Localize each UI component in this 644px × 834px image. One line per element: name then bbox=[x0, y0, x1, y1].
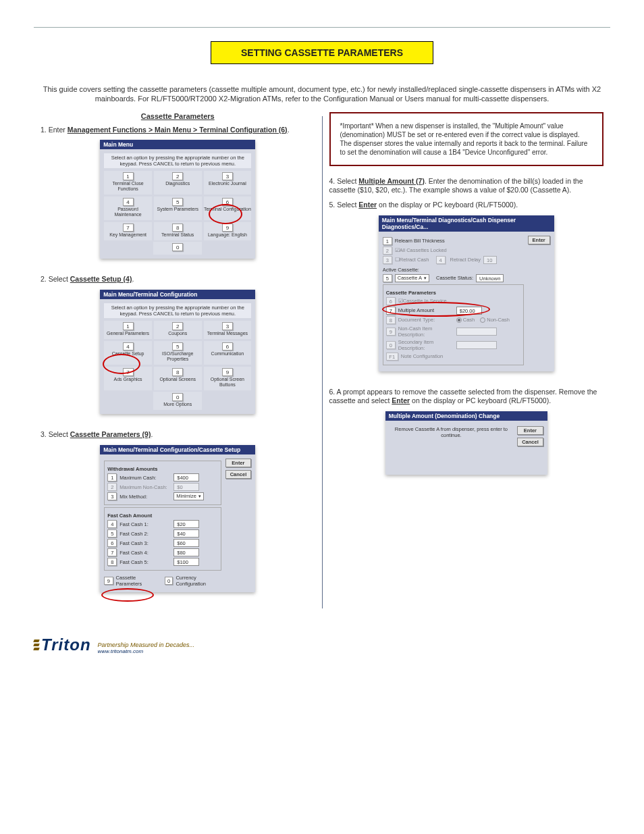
checkbox-label: Retract Cash bbox=[400, 257, 429, 263]
keypad-num: 6 bbox=[222, 198, 233, 206]
field-label: Secondary Item Description: bbox=[398, 339, 456, 351]
status-value: Unknown bbox=[476, 274, 504, 282]
keypad-num: 9 bbox=[222, 368, 233, 376]
menu-label: Terminal Status bbox=[161, 232, 194, 237]
triton-logo: Triton bbox=[34, 635, 91, 654]
select-value: Cassette A bbox=[398, 274, 422, 282]
chevron-down-icon: ▾ bbox=[198, 492, 201, 500]
button-label: Relearn Bill Thickness bbox=[395, 238, 445, 244]
button-label: Note Configuration bbox=[401, 353, 444, 359]
field-value bbox=[456, 328, 497, 336]
keypad-num: 7 bbox=[123, 224, 134, 232]
field-value: $80 bbox=[173, 548, 199, 556]
chevron-down-icon: ▾ bbox=[424, 274, 427, 282]
menu-label: General Parameters bbox=[107, 331, 149, 336]
keypad-num: 6 bbox=[107, 539, 117, 547]
step-2: 2. Select Cassette Setup (4). bbox=[41, 275, 315, 284]
page-title: Setting Cassette Parameters bbox=[211, 41, 433, 64]
logo-stripes-icon bbox=[34, 640, 39, 650]
keypad-num: 1 bbox=[123, 172, 134, 180]
menu-label: Terminal Configuration bbox=[204, 207, 251, 211]
screenshot-prompt: Multiple Amount (Denomination) Change Re… bbox=[385, 411, 547, 475]
radio-label: Non-Cash bbox=[487, 317, 510, 323]
select-value: Minimize bbox=[176, 492, 196, 500]
menu-label: Language: English bbox=[208, 232, 247, 237]
keypad-num: 3 bbox=[222, 322, 233, 330]
ss2-title: Main Menu/Terminal Configuration bbox=[100, 290, 255, 299]
field-value: $20.00 bbox=[456, 307, 482, 315]
field-label: Fast Cash 2: bbox=[119, 531, 173, 537]
fastcash-group: Fast Cash Amount bbox=[107, 513, 217, 519]
keypad-num: 8 bbox=[172, 224, 183, 232]
active-cassette-select: Cassette A▾ bbox=[395, 274, 429, 282]
menu-label: ISO/Surcharge Properties bbox=[162, 351, 193, 361]
footer: Triton Partnership Measured in Decades..… bbox=[34, 635, 610, 654]
field-value: 10 bbox=[483, 256, 497, 264]
field-label: Fast Cash 3: bbox=[119, 540, 173, 546]
button-label: Currency Configuration bbox=[176, 575, 221, 587]
keypad-num: 9 bbox=[386, 328, 396, 336]
keypad-num: 5 bbox=[172, 198, 183, 206]
menu-label: System Parameters bbox=[157, 207, 198, 211]
keypad-num: 5 bbox=[107, 529, 117, 538]
field-label: Non-Cash Item Description: bbox=[398, 325, 456, 338]
keypad-num: 0 bbox=[165, 577, 173, 585]
status-label: Cassette Status: bbox=[436, 275, 473, 281]
keypad-num: 0 bbox=[386, 341, 396, 349]
menu-label: Optional Screen Buttons bbox=[211, 377, 244, 387]
keypad-num: 2 bbox=[172, 172, 183, 180]
field-label: Maximum Non-Cash: bbox=[119, 484, 173, 490]
field-label: Document Type: bbox=[398, 317, 456, 323]
field-label: Maximum Cash: bbox=[119, 475, 173, 481]
params-group-title: Cassette Parameters bbox=[386, 290, 520, 296]
left-heading: Cassette Parameters bbox=[41, 112, 315, 120]
keypad-num: 6 bbox=[222, 342, 233, 350]
screenshot-main-menu: Main Menu Select an option by pressing t… bbox=[100, 140, 255, 259]
menu-label: Ads Graphics bbox=[114, 377, 142, 382]
enter-button: Enter bbox=[528, 236, 550, 244]
keypad-num: 7 bbox=[107, 548, 117, 556]
keypad-num: 8 bbox=[386, 316, 396, 324]
keypad-num: 2 bbox=[383, 246, 392, 255]
menu-label: Cassette Setup bbox=[112, 351, 144, 356]
menu-label: Key Management bbox=[109, 232, 146, 237]
screenshot-cassette-params: Main Menu/Terminal Diagnostics/Cash Disp… bbox=[379, 215, 554, 371]
important-text: *Important* When a new dispenser is inst… bbox=[340, 122, 588, 156]
ss1-note: Select an option by pressing the appropr… bbox=[104, 153, 251, 168]
intro-text: This guide covers setting the cassette p… bbox=[41, 84, 603, 104]
enter-button: Enter bbox=[225, 459, 252, 467]
footer-tagline: Partnership Measured in Decades... www.t… bbox=[98, 642, 195, 654]
step-1: 1. Enter Management Functions > Main Men… bbox=[41, 126, 315, 135]
ss4-title: Main Menu/Terminal Diagnostics/Cash Disp… bbox=[379, 215, 554, 232]
field-value: $100 bbox=[173, 558, 199, 566]
cancel-button: Cancel bbox=[225, 470, 252, 479]
button-label: Cassette Parameters bbox=[116, 575, 161, 587]
keypad-num: 5 bbox=[383, 274, 392, 282]
menu-label: Diagnostics bbox=[165, 181, 190, 186]
field-label: Multiple Amount bbox=[398, 307, 456, 313]
keypad-num: 4 bbox=[123, 342, 134, 350]
field-value: $60 bbox=[173, 539, 199, 547]
cancel-button: Cancel bbox=[517, 438, 543, 446]
field-value: $400 bbox=[173, 473, 199, 481]
keypad-num: 9 bbox=[104, 577, 113, 585]
keypad-num: 4 bbox=[123, 198, 134, 206]
keypad-num: F1 bbox=[386, 353, 398, 361]
keypad-num: 3 bbox=[222, 172, 233, 180]
checkbox-label: Cassette In Service bbox=[403, 298, 447, 304]
keypad-num: 9 bbox=[222, 224, 233, 232]
keypad-num: 8 bbox=[172, 368, 183, 376]
active-cassette-label: Active Cassette: bbox=[383, 267, 524, 273]
keypad-num: 5 bbox=[172, 342, 183, 350]
keypad-num: 4 bbox=[107, 520, 117, 528]
ss1-title: Main Menu bbox=[100, 140, 255, 149]
screenshot-cassette-setup: Main Menu/Terminal Configuration/Cassett… bbox=[100, 445, 255, 592]
ss3-title: Main Menu/Terminal Configuration/Cassett… bbox=[100, 445, 255, 454]
step-4: 4. Select Multiple Amount (7). Enter the… bbox=[329, 177, 604, 195]
enter-button: Enter bbox=[517, 426, 543, 435]
footer-url: www.tritonatm.com bbox=[98, 648, 195, 654]
step-5: 5. Select Enter on the display or PC key… bbox=[329, 201, 604, 210]
field-value: $40 bbox=[173, 529, 199, 538]
field-label: Retract Delay bbox=[450, 257, 481, 263]
ss5-title: Multiple Amount (Denomination) Change bbox=[385, 411, 547, 421]
